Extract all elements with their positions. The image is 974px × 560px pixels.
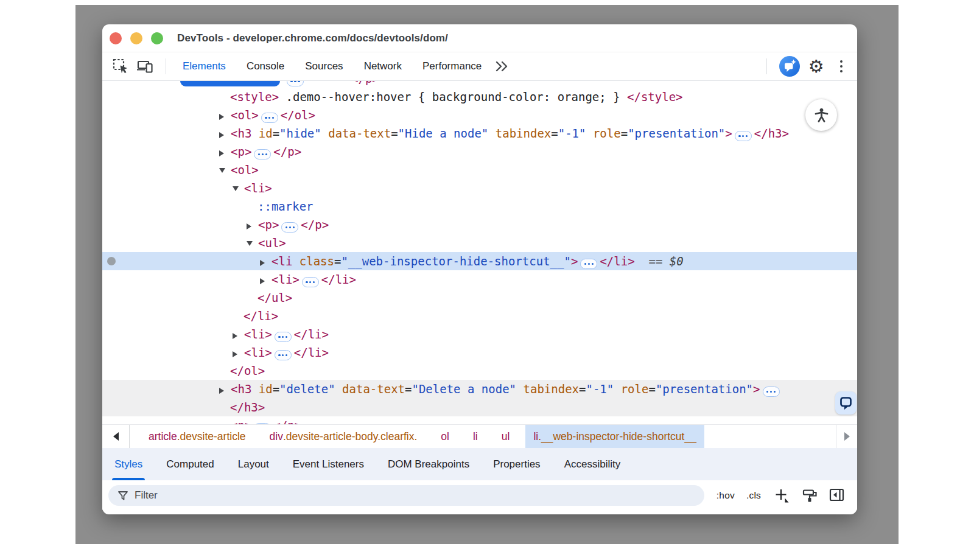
ellipsis-expand-button[interactable] <box>275 350 292 360</box>
breadcrumb-item-article[interactable]: article.devsite-article <box>141 425 254 448</box>
ellipsis-expand-button[interactable] <box>275 332 292 342</box>
ellipsis-expand-button[interactable] <box>302 277 319 287</box>
device-toolbar-icon[interactable] <box>135 57 155 76</box>
dom-row-partially-clipped-bottom[interactable]: <p></p> <box>102 416 857 424</box>
toggle-sidebar-button[interactable] <box>829 487 845 503</box>
dom-tree-row[interactable]: <p></p> <box>102 215 857 234</box>
breadcrumb-item-li[interactable]: li.__web-inspector-hide-shortcut__ <box>525 425 704 448</box>
ai-assistant-chip-button[interactable] <box>835 391 857 415</box>
code-token: = <box>648 382 655 396</box>
panel-right-icon <box>829 487 845 503</box>
breadcrumb-item-ul[interactable]: ul <box>494 425 518 448</box>
element-classes-button[interactable]: .cls <box>746 490 761 501</box>
inspect-element-icon[interactable] <box>111 57 130 76</box>
paint-roller-icon[interactable] <box>801 487 818 504</box>
panel-tab-properties[interactable]: Properties <box>493 448 540 480</box>
code-token: <h3 <box>231 127 251 140</box>
paint-roller-glyph <box>801 487 818 504</box>
dom-tree-row[interactable]: <li></li> <box>102 343 857 362</box>
code-token: </p> <box>273 145 301 158</box>
ellipsis-expand-button[interactable] <box>261 113 278 123</box>
dom-row-partially-scrolled[interactable]: </p> <box>102 81 857 88</box>
expand-arrow-icon[interactable] <box>219 380 231 398</box>
dom-tree-panel[interactable]: </p><style> .demo--hover:hover { backgro… <box>102 81 857 424</box>
toggle-element-state-button[interactable]: :hov <box>716 490 735 501</box>
breadcrumb-item-ol[interactable]: ol <box>433 425 457 448</box>
panel-tab-computed[interactable]: Computed <box>166 448 214 480</box>
dom-tree-row[interactable]: <ul> <box>102 234 857 252</box>
expand-arrow-icon[interactable] <box>233 343 244 362</box>
expand-arrow-icon[interactable] <box>247 234 258 252</box>
tab-sources[interactable]: Sources <box>295 52 353 80</box>
expand-arrow-icon[interactable] <box>219 161 231 179</box>
ellipsis-expand-button[interactable] <box>580 259 597 269</box>
dom-tree-row[interactable]: <h3 id="hide" data-text="Hide a node" ta… <box>102 124 857 142</box>
main-panel-tabs: ElementsConsoleSourcesNetworkPerformance <box>172 52 492 80</box>
tab-console[interactable]: Console <box>236 52 295 80</box>
ellipsis-expand-button[interactable] <box>254 149 271 159</box>
expand-arrow-icon[interactable] <box>233 325 244 343</box>
dom-row-style[interactable]: <style> .demo--hover:hover { background-… <box>102 88 857 106</box>
code-token: </li> <box>294 327 329 341</box>
breadcrumb-item-li[interactable]: li <box>465 425 486 448</box>
dom-row-hovered[interactable]: <h3 id="delete" data-text="Delete a node… <box>102 380 857 398</box>
dom-tree-row[interactable]: </ol> <box>102 362 857 380</box>
expand-arrow-icon[interactable] <box>219 106 231 124</box>
dom-tree-row[interactable]: <li> <box>102 179 857 197</box>
panel-tab-dom-breakpoints[interactable]: DOM Breakpoints <box>388 448 469 480</box>
ellipsis-expand-button[interactable] <box>254 423 271 424</box>
filter-placeholder: Filter <box>135 489 158 502</box>
breadcrumb-item-div[interactable]: div.devsite-article-body.clearfix. <box>262 425 426 448</box>
code-token: </style> <box>627 90 683 103</box>
dom-tree-row[interactable]: <ol> <box>102 161 857 179</box>
tab-network[interactable]: Network <box>354 52 412 80</box>
dom-tree-row[interactable]: <li></li> <box>102 270 857 289</box>
breadcrumb-scroll-right-button[interactable] <box>836 425 857 448</box>
toolbar-separator <box>166 58 166 74</box>
ellipsis-expand-button[interactable] <box>735 131 752 141</box>
ai-assistant-button[interactable] <box>779 56 800 77</box>
kebab-menu-icon[interactable] <box>836 58 846 75</box>
more-tabs-button[interactable] <box>494 60 509 73</box>
new-style-rule-button[interactable] <box>773 486 791 505</box>
dom-tree-row[interactable]: <p></p> <box>102 142 857 161</box>
expand-arrow-icon[interactable] <box>260 252 272 270</box>
dom-tree-row[interactable]: ::marker <box>102 197 857 215</box>
maximize-window-button[interactable] <box>151 32 163 44</box>
panel-tab-styles[interactable]: Styles <box>114 448 142 480</box>
ellipsis-expand-button[interactable] <box>763 387 780 397</box>
dom-row-selected[interactable]: <li class="__web-inspector-hide-shortcut… <box>102 252 857 270</box>
breadcrumb-tag: article <box>149 430 177 443</box>
settings-gear-icon[interactable]: ⚙ <box>808 58 824 75</box>
code-token: </li> <box>294 346 329 359</box>
panel-tab-layout[interactable]: Layout <box>238 448 269 480</box>
breadcrumb-scroll-left-button[interactable] <box>102 425 130 448</box>
tab-performance[interactable]: Performance <box>412 52 492 80</box>
dom-tree-row[interactable]: </h3> <box>102 398 857 416</box>
panel-tab-accessibility[interactable]: Accessibility <box>564 448 621 480</box>
expand-arrow-icon[interactable] <box>247 215 258 234</box>
code-token: </h3> <box>230 401 265 414</box>
dom-tree-row[interactable]: <li></li> <box>102 325 857 343</box>
expand-arrow-icon[interactable] <box>219 124 231 142</box>
breadcrumb-classes: .__web-inspector-hide-shortcut__ <box>538 430 696 443</box>
tab-elements[interactable]: Elements <box>172 52 236 80</box>
ellipsis-expand-button[interactable] <box>281 222 298 233</box>
toolbar-right-group: ⚙ <box>760 56 846 77</box>
panel-tab-event-listeners[interactable]: Event Listeners <box>293 448 364 480</box>
expand-arrow-icon[interactable] <box>219 142 231 161</box>
breadcrumb-tag: li <box>473 430 478 443</box>
dom-tree-row[interactable]: </ul> <box>102 289 857 307</box>
expand-arrow-icon[interactable] <box>260 270 272 289</box>
code-token: </h3> <box>754 127 789 140</box>
dom-tree-row[interactable]: </li> <box>102 307 857 325</box>
close-window-button[interactable] <box>110 32 122 44</box>
ellipsis-expand-button[interactable] <box>287 81 304 86</box>
accessibility-overlay-button[interactable] <box>805 99 837 131</box>
dom-tree-row[interactable]: <ol></ol> <box>102 106 857 124</box>
styles-filter-input[interactable]: Filter <box>108 485 704 506</box>
code-token: .demo--hover:hover { background-color: o… <box>279 90 627 103</box>
expand-arrow-icon[interactable] <box>219 416 231 424</box>
expand-arrow-icon[interactable] <box>233 179 244 197</box>
minimize-window-button[interactable] <box>130 32 142 44</box>
